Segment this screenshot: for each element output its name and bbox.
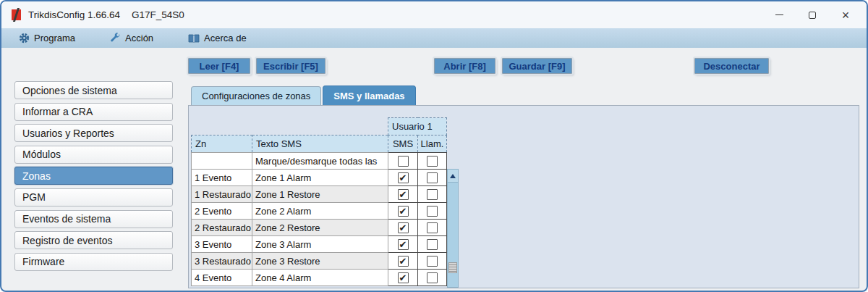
close-icon: × <box>842 9 850 22</box>
sms-text-cell[interactable]: Zone 2 Restore <box>252 220 388 236</box>
column-header-sms: SMS <box>388 135 418 153</box>
sms-text-cell[interactable]: Zone 1 Restore <box>252 186 388 203</box>
column-header-row: Zn Texto SMS SMS Llam. <box>192 135 447 153</box>
sms-checkbox[interactable] <box>398 206 409 217</box>
sms-text-cell[interactable]: Zone 4 Alarm <box>252 270 388 286</box>
table-row: Marque/desmarque todas las <box>192 153 447 170</box>
sidebar-item-label: Informar a CRA <box>22 106 93 117</box>
sidebar-item[interactable]: Módulos <box>14 146 173 164</box>
sms-checkbox-cell <box>388 153 418 170</box>
tab-configuraciones-de-zonas[interactable]: Configuraciones de zonas <box>191 86 321 105</box>
sidebar-nav: Opciones de sistema Informar a CRA Usuar… <box>14 81 173 271</box>
menu-item-programa[interactable]: Programa <box>14 28 80 48</box>
menu-item-acerca-de[interactable]: Acerca de <box>184 28 251 48</box>
sidebar-item[interactable]: Informar a CRA <box>14 103 173 121</box>
menu-item-accion[interactable]: Acción <box>106 28 158 48</box>
table-row: 2 Evento Zone 2 Alarm <box>192 203 447 220</box>
sidebar-item-label: Registro de eventos <box>22 235 113 246</box>
sidebar-item[interactable]: PGM <box>14 188 173 207</box>
sms-checkbox[interactable] <box>398 239 409 250</box>
sidebar-item-label: PGM <box>22 191 46 203</box>
sidebar-item[interactable]: Zonas <box>14 167 173 185</box>
llam-checkbox-cell <box>418 203 447 220</box>
sidebar-item[interactable]: Opciones de sistema <box>14 81 173 99</box>
llam-checkbox-cell <box>418 170 447 186</box>
tab-sms-y-llamadas[interactable]: SMS y llamadas <box>323 85 415 105</box>
sidebar-item[interactable]: Usuarios y Reportes <box>14 124 173 142</box>
window-controls: × <box>762 1 862 28</box>
sms-checkbox-cell <box>388 253 418 270</box>
sidebar-item[interactable]: Firmware <box>14 253 173 271</box>
sms-checkbox[interactable] <box>398 172 409 183</box>
llam-checkbox[interactable] <box>427 206 438 217</box>
table-row: 4 Evento Zone 4 Alarm <box>192 270 447 286</box>
sidebar-item[interactable]: Eventos de sistema <box>14 210 173 228</box>
llam-checkbox-cell <box>418 270 447 286</box>
disconnect-button[interactable]: Desconectar <box>694 58 769 74</box>
write-button[interactable]: Escribir [F5] <box>256 58 326 74</box>
zone-cell[interactable]: 3 Evento <box>192 236 252 253</box>
tab-strip: Configuraciones de zonas SMS y llamadas <box>191 85 417 105</box>
maximize-button[interactable] <box>796 1 829 28</box>
tab-label: Configuraciones de zonas <box>202 91 310 101</box>
book-icon <box>188 33 200 43</box>
open-button[interactable]: Abrir [F8] <box>434 58 495 74</box>
zone-cell[interactable]: 3 Restaurado <box>192 253 252 270</box>
minimize-icon <box>775 14 783 16</box>
zone-cell[interactable]: 4 Evento <box>192 270 252 286</box>
app-logo-icon <box>12 9 21 20</box>
tab-label: SMS y llamadas <box>333 91 404 101</box>
sidebar-item-label: Eventos de sistema <box>22 213 111 225</box>
table-row: 1 Evento Zone 1 Alarm <box>192 170 447 186</box>
arrow-up-icon <box>450 174 456 178</box>
sidebar-item-label: Usuarios y Reportes <box>22 128 114 139</box>
menu-item-label: Acción <box>125 33 153 43</box>
zone-cell[interactable]: 2 Evento <box>192 203 252 220</box>
llam-checkbox[interactable] <box>427 239 438 250</box>
zone-cell[interactable]: 1 Evento <box>192 170 252 186</box>
minimize-button[interactable] <box>762 1 796 28</box>
window-title-device: G17F_54S0 <box>132 9 184 20</box>
llam-checkbox[interactable] <box>427 272 438 283</box>
group-header-usuario-1: Usuario 1 <box>388 118 447 135</box>
sidebar-item-label: Módulos <box>22 149 61 160</box>
llam-checkbox[interactable] <box>427 189 438 200</box>
table-row: 2 Restaurado Zone 2 Restore <box>192 220 447 236</box>
sms-text-cell[interactable]: Zone 2 Alarm <box>252 203 388 220</box>
sms-text-cell[interactable]: Zone 3 Restore <box>252 253 388 270</box>
llam-checkbox-cell <box>418 253 447 270</box>
sms-checkbox[interactable] <box>398 156 409 167</box>
sms-checkbox[interactable] <box>398 189 409 200</box>
llam-checkbox[interactable] <box>427 256 438 267</box>
zone-cell[interactable] <box>192 153 252 170</box>
zone-cell[interactable]: 2 Restaurado <box>192 220 252 236</box>
scrollbar-thumb[interactable] <box>448 262 457 273</box>
sms-text-cell[interactable]: Zone 3 Alarm <box>252 236 388 253</box>
llam-checkbox-cell <box>418 220 447 236</box>
llam-checkbox[interactable] <box>427 172 438 183</box>
wrench-icon <box>110 33 121 43</box>
sms-checkbox[interactable] <box>398 272 409 283</box>
sms-checkbox[interactable] <box>398 256 409 267</box>
read-button[interactable]: Leer [F4] <box>188 58 250 74</box>
sidebar-item[interactable]: Registro de eventos <box>14 231 173 249</box>
close-button[interactable]: × <box>829 1 862 28</box>
llam-checkbox[interactable] <box>427 156 438 167</box>
scrollbar-up-button[interactable] <box>448 170 458 183</box>
gear-icon <box>19 33 30 43</box>
column-header-texto-sms: Texto SMS <box>252 135 388 153</box>
llam-checkbox[interactable] <box>427 222 438 233</box>
save-button[interactable]: Guardar [F9] <box>502 58 572 74</box>
table-row: 3 Restaurado Zone 3 Restore <box>192 253 447 270</box>
zones-table: Usuario 1 Zn Texto SMS SMS Llam. Marque/… <box>191 117 447 286</box>
table-scrollbar[interactable] <box>447 169 459 288</box>
menu-bar: Programa Acción Acerca de <box>1 28 867 48</box>
sidebar-item-label: Zonas <box>22 170 51 182</box>
sms-checkbox[interactable] <box>398 222 409 233</box>
table-row: 3 Evento Zone 3 Alarm <box>192 236 447 253</box>
maximize-icon <box>809 12 816 19</box>
sms-text-cell[interactable]: Zone 1 Alarm <box>252 170 388 186</box>
llam-checkbox-cell <box>418 153 447 170</box>
sms-text-cell[interactable]: Marque/desmarque todas las <box>252 153 388 170</box>
zone-cell[interactable]: 1 Restaurado <box>192 186 252 203</box>
